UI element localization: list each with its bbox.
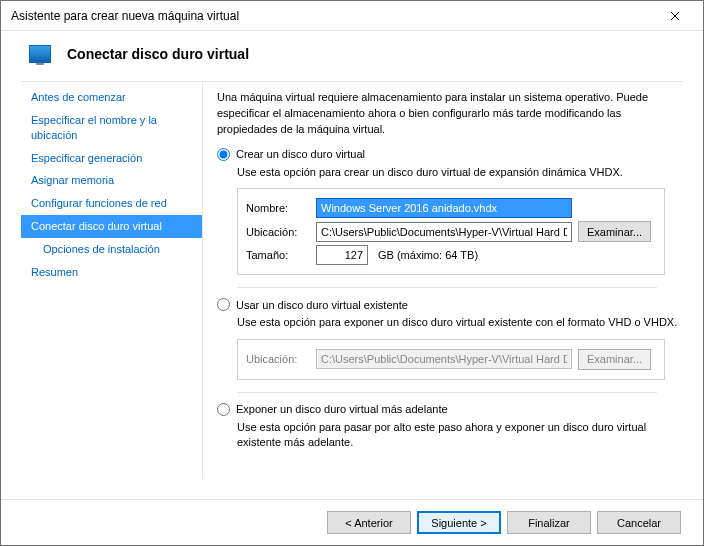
name-label: Nombre:	[246, 202, 310, 214]
wizard-footer: < Anterior Siguiente > Finalizar Cancela…	[1, 499, 703, 545]
close-icon	[670, 11, 680, 21]
size-input[interactable]	[316, 245, 368, 265]
wizard-content: Una máquina virtual requiere almacenamie…	[203, 81, 683, 479]
divider-2	[237, 392, 657, 393]
sidebar-item-install-options[interactable]: Opciones de instalación	[21, 238, 202, 261]
location-label: Ubicación:	[246, 226, 310, 238]
option-create-vhd-desc: Use esta opción para crear un disco duro…	[237, 165, 683, 180]
existing-vhd-fields: Ubicación: Examinar...	[237, 339, 665, 380]
wizard-body: Antes de comenzar Especificar el nombre …	[1, 81, 703, 479]
option-create-vhd: Crear un disco duro virtual Use esta opc…	[217, 148, 683, 275]
sidebar-item-before-begin[interactable]: Antes de comenzar	[21, 86, 202, 109]
radio-attach-later-label[interactable]: Exponer un disco duro virtual más adelan…	[236, 403, 448, 415]
sidebar-item-generation[interactable]: Especificar generación	[21, 147, 202, 170]
finish-button[interactable]: Finalizar	[507, 511, 591, 534]
titlebar: Asistente para crear nueva máquina virtu…	[1, 1, 703, 31]
existing-location-label: Ubicación:	[246, 353, 310, 365]
sidebar-item-name-location[interactable]: Especificar el nombre y la ubicación	[21, 109, 202, 147]
previous-button[interactable]: < Anterior	[327, 511, 411, 534]
size-suffix: GB (máximo: 64 TB)	[378, 249, 478, 261]
cancel-button[interactable]: Cancelar	[597, 511, 681, 534]
option-use-existing-desc: Use esta opción para exponer un disco du…	[237, 315, 683, 330]
monitor-icon	[29, 45, 51, 63]
window-title: Asistente para crear nueva máquina virtu…	[11, 9, 239, 23]
next-button[interactable]: Siguiente >	[417, 511, 501, 534]
intro-text: Una máquina virtual requiere almacenamie…	[217, 90, 683, 138]
sidebar-item-summary[interactable]: Resumen	[21, 261, 202, 284]
browse-existing-button: Examinar...	[578, 349, 651, 370]
name-input[interactable]	[316, 198, 572, 218]
option-attach-later-desc: Use esta opción para pasar por alto este…	[237, 420, 683, 451]
radio-attach-later[interactable]	[217, 403, 230, 416]
radio-use-existing-label[interactable]: Usar un disco duro virtual existente	[236, 299, 408, 311]
wizard-header: Conectar disco duro virtual	[1, 31, 703, 81]
radio-create-vhd[interactable]	[217, 148, 230, 161]
page-title: Conectar disco duro virtual	[67, 46, 249, 62]
close-button[interactable]	[655, 2, 695, 30]
location-input[interactable]	[316, 222, 572, 242]
option-attach-later: Exponer un disco duro virtual más adelan…	[217, 403, 683, 451]
create-vhd-fields: Nombre: Ubicación: Examinar... Tamaño: G…	[237, 188, 665, 275]
sidebar-item-memory[interactable]: Asignar memoria	[21, 169, 202, 192]
size-label: Tamaño:	[246, 249, 310, 261]
browse-location-button[interactable]: Examinar...	[578, 221, 651, 242]
radio-use-existing[interactable]	[217, 298, 230, 311]
sidebar-item-vhd[interactable]: Conectar disco duro virtual	[21, 215, 202, 238]
radio-create-vhd-label[interactable]: Crear un disco duro virtual	[236, 148, 365, 160]
wizard-window: Asistente para crear nueva máquina virtu…	[0, 0, 704, 546]
option-use-existing: Usar un disco duro virtual existente Use…	[217, 298, 683, 379]
divider	[237, 287, 657, 288]
sidebar-item-network[interactable]: Configurar funciones de red	[21, 192, 202, 215]
wizard-steps-sidebar: Antes de comenzar Especificar el nombre …	[21, 81, 203, 479]
existing-location-input	[316, 349, 572, 369]
